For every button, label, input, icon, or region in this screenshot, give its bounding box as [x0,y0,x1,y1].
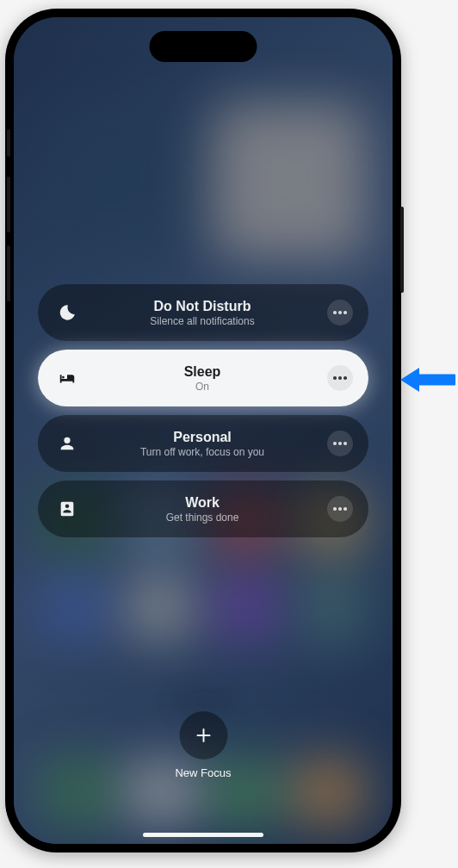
page-indicator-blur [177,693,229,710]
focus-item-personal[interactable]: Personal Turn off work, focus on you [38,415,368,472]
more-button[interactable] [327,365,353,391]
focus-title: Work [185,494,220,511]
focus-title: Personal [173,429,232,445]
ellipsis-icon [333,311,347,314]
badge-icon [57,499,77,519]
focus-item-sleep[interactable]: Sleep On [38,350,368,406]
screen: Do Not Disturb Silence all notifications… [14,17,393,844]
focus-subtitle: Silence all notifications [150,315,254,327]
focus-subtitle: Get things done [166,512,239,524]
focus-list: Do Not Disturb Silence all notifications… [38,284,368,537]
volume-down-button[interactable] [7,245,10,301]
moon-icon [57,302,77,323]
dynamic-island[interactable] [150,31,257,62]
focus-text: Sleep On [77,363,327,394]
more-button[interactable] [327,431,353,456]
iphone-frame: Do Not Disturb Silence all notifications… [5,9,401,852]
focus-text: Personal Turn off work, focus on you [77,429,327,459]
focus-item-dnd[interactable]: Do Not Disturb Silence all notifications [38,284,368,341]
more-button[interactable] [327,300,353,326]
focus-subtitle: Turn off work, focus on you [140,446,264,458]
ellipsis-icon [333,507,347,511]
more-button[interactable] [327,496,353,522]
new-focus-label: New Focus [175,766,231,779]
ellipsis-icon [333,442,347,445]
focus-item-work[interactable]: Work Get things done [38,480,368,537]
plus-icon [179,711,227,760]
power-button[interactable] [400,207,404,293]
callout-arrow-icon [399,363,455,400]
focus-subtitle: On [195,381,209,393]
ellipsis-icon [333,376,347,380]
focus-title: Sleep [184,363,221,380]
person-icon [57,433,77,454]
focus-title: Do Not Disturb [154,298,251,314]
bed-icon [57,368,77,388]
volume-up-button[interactable] [7,177,10,232]
new-focus-button[interactable]: New Focus [175,711,231,779]
focus-text: Work Get things done [77,494,327,524]
focus-text: Do Not Disturb Silence all notifications [77,298,327,328]
home-indicator[interactable] [143,833,263,837]
silent-switch[interactable] [7,129,10,157]
